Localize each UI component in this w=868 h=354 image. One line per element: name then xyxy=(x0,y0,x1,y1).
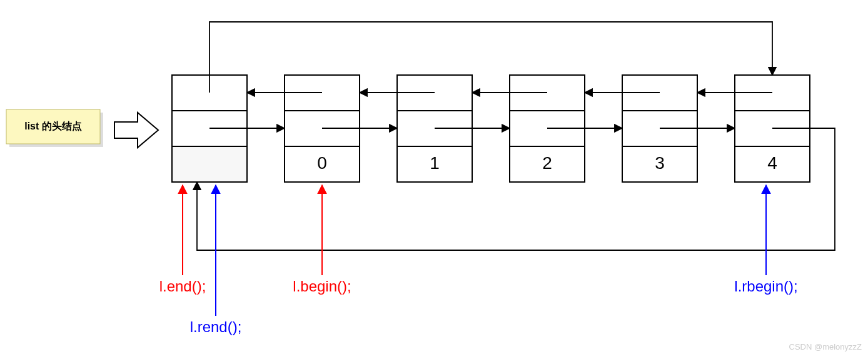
ptr-begin-label: l.begin(); xyxy=(293,278,351,295)
node-4-value: 4 xyxy=(767,153,777,173)
ptr-rend-label: l.rend(); xyxy=(190,318,242,335)
diagram-canvas: list 的头结点 0 1 2 3 xyxy=(0,0,868,354)
ptr-rbegin-label: l.rbegin(); xyxy=(734,278,797,295)
svg-rect-4 xyxy=(172,146,247,182)
watermark: CSDN @melonyzzZ xyxy=(789,342,862,351)
sticky-label: list 的头结点 xyxy=(24,121,82,132)
node-1-value: 1 xyxy=(430,153,440,173)
node-3-value: 3 xyxy=(655,153,665,173)
node-0-value: 0 xyxy=(317,153,327,173)
big-arrow xyxy=(114,113,158,148)
sticky-note: list 的头结点 xyxy=(6,109,103,147)
node-2-value: 2 xyxy=(542,153,552,173)
ptr-end-label: l.end(); xyxy=(159,278,206,295)
